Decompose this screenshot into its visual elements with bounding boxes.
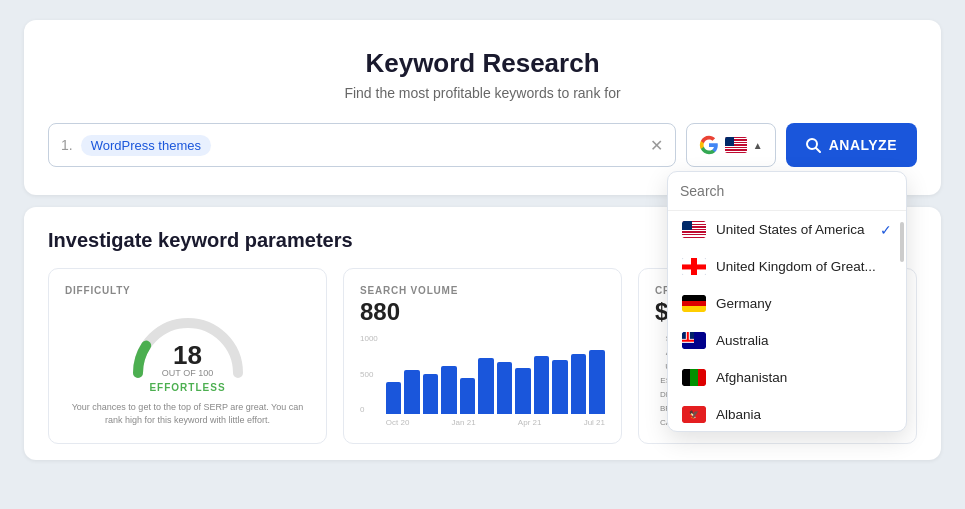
keyword-input[interactable] xyxy=(219,137,642,153)
x-label-2: Jan 21 xyxy=(452,418,476,427)
difficulty-value: 18 xyxy=(162,342,213,368)
input-number: 1. xyxy=(61,137,73,153)
gauge-svg: 18 OUT OF 100 xyxy=(128,308,248,378)
bar-9 xyxy=(534,356,550,414)
flag-af-small xyxy=(682,369,706,386)
search-icon xyxy=(806,138,821,153)
difficulty-out-of: OUT OF 100 xyxy=(162,368,213,378)
flag-al-small: 🦅 xyxy=(682,406,706,423)
x-label-4: Jul 21 xyxy=(584,418,605,427)
us-flag-icon xyxy=(725,137,747,153)
bar-3 xyxy=(423,374,439,414)
country-us-label: United States of America xyxy=(716,222,870,237)
country-dropdown: United States of America ✓ United Kingdo… xyxy=(667,171,907,432)
dropdown-search-wrapper[interactable] xyxy=(668,172,906,211)
country-au-label: Australia xyxy=(716,333,892,348)
y-label-0: 0 xyxy=(360,405,378,414)
dropdown-search-input[interactable] xyxy=(680,183,894,199)
search-volume-value: 880 xyxy=(360,298,605,326)
selected-check-icon: ✓ xyxy=(880,222,892,238)
gauge-number: 18 OUT OF 100 xyxy=(162,342,213,378)
difficulty-label: DIFFICULTY xyxy=(65,285,310,296)
scrollbar-indicator[interactable] xyxy=(900,222,904,262)
analyze-button[interactable]: ANALYZE xyxy=(786,123,917,167)
google-icon xyxy=(699,135,719,155)
analyze-label: ANALYZE xyxy=(829,137,897,153)
difficulty-card: DIFFICULTY 18 OUT OF 100 EFFORTLESS Your… xyxy=(48,268,327,444)
country-al-label: Albania xyxy=(716,407,892,422)
y-axis: 1000 500 0 xyxy=(360,334,382,414)
dropdown-list[interactable]: United States of America ✓ United Kingdo… xyxy=(668,211,906,431)
bar-8 xyxy=(515,368,531,414)
flag-us-small xyxy=(682,221,706,238)
x-label-3: Apr 21 xyxy=(518,418,542,427)
difficulty-rating: EFFORTLESS xyxy=(149,382,225,393)
flag-gb-small xyxy=(682,258,706,275)
difficulty-description: Your chances to get to the top of SERP a… xyxy=(65,401,310,426)
bar-chart-area: Oct 20 Jan 21 Apr 21 Jul 21 xyxy=(386,334,605,427)
dropdown-item-de[interactable]: Germany xyxy=(668,285,906,322)
dropdown-item-gb[interactable]: United Kingdom of Great... xyxy=(668,248,906,285)
page-title: Keyword Research xyxy=(48,48,917,79)
bar-1 xyxy=(386,382,402,414)
page-subtitle: Find the most profitable keywords to ran… xyxy=(48,85,917,101)
y-label-1000: 1000 xyxy=(360,334,378,343)
dropdown-item-af[interactable]: Afghanistan xyxy=(668,359,906,396)
chart-area: 1000 500 0 xyxy=(360,334,605,427)
search-volume-label: SEARCH VOLUME xyxy=(360,285,605,296)
dropdown-item-us[interactable]: United States of America ✓ xyxy=(668,211,906,248)
x-axis: Oct 20 Jan 21 Apr 21 Jul 21 xyxy=(386,418,605,427)
bar-10 xyxy=(552,360,568,414)
bar-chart xyxy=(386,334,605,414)
flag-de-small xyxy=(682,295,706,312)
x-label-1: Oct 20 xyxy=(386,418,410,427)
search-row: 1. WordPress themes ✕ ▲ xyxy=(48,123,917,167)
svg-line-1 xyxy=(816,148,820,152)
bar-4 xyxy=(441,366,457,414)
flag-au-small xyxy=(682,332,706,349)
country-gb-label: United Kingdom of Great... xyxy=(716,259,892,274)
bar-11 xyxy=(571,354,587,414)
keyword-input-wrapper[interactable]: 1. WordPress themes ✕ xyxy=(48,123,676,167)
bar-12 xyxy=(589,350,605,414)
keyword-tag: WordPress themes xyxy=(81,135,211,156)
country-select-button[interactable]: ▲ xyxy=(686,123,776,167)
clear-icon[interactable]: ✕ xyxy=(650,136,663,155)
bar-2 xyxy=(404,370,420,414)
search-volume-card: SEARCH VOLUME 880 1000 500 0 xyxy=(343,268,622,444)
dropdown-item-al[interactable]: 🦅 Albania xyxy=(668,396,906,431)
bar-7 xyxy=(497,362,513,414)
y-label-500: 500 xyxy=(360,370,378,379)
country-de-label: Germany xyxy=(716,296,892,311)
dropdown-item-au[interactable]: Australia xyxy=(668,322,906,359)
keyword-research-card: Keyword Research Find the most profitabl… xyxy=(24,20,941,195)
chevron-up-icon: ▲ xyxy=(753,140,763,151)
bar-5 xyxy=(460,378,476,414)
gauge-container: 18 OUT OF 100 EFFORTLESS Your chances to… xyxy=(65,308,310,426)
country-af-label: Afghanistan xyxy=(716,370,892,385)
bar-6 xyxy=(478,358,494,414)
